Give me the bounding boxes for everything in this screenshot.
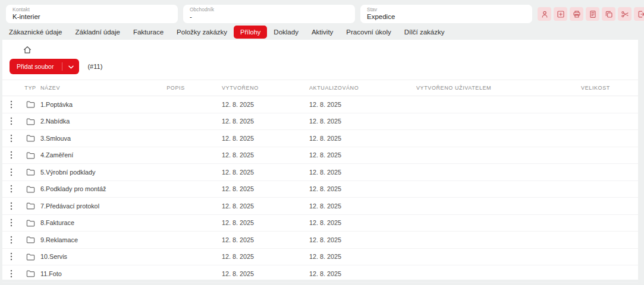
row-updated: 12. 8. 2025 <box>303 270 410 277</box>
tab-item[interactable]: Aktivity <box>312 26 333 39</box>
add-file-button-label: Přidat soubor <box>17 63 54 70</box>
field-label: Stav <box>367 7 526 12</box>
tab-bar: Zákaznické údaje Základní údaje Fakturac… <box>0 24 644 40</box>
folder-icon[interactable] <box>20 236 40 243</box>
table-body: 1.Poptávka 12. 8. 2025 12. 8. 2025 2.Nab… <box>2 96 638 283</box>
tab-item[interactable]: Zákaznické údaje <box>9 26 62 39</box>
row-name[interactable]: 10.Servis <box>40 253 136 260</box>
row-created: 12. 8. 2025 <box>216 270 303 277</box>
field-value: K-interier <box>12 12 171 21</box>
table-row[interactable]: 4.Zaměření 12. 8. 2025 12. 8. 2025 <box>2 147 638 164</box>
row-name[interactable]: 11.Foto <box>40 270 136 277</box>
tab-item[interactable]: Pracovní úkoly <box>346 26 391 39</box>
table-row[interactable]: 8.Fakturace 12. 8. 2025 12. 8. 2025 <box>2 215 638 232</box>
row-updated: 12. 8. 2025 <box>303 169 410 176</box>
row-name[interactable]: 7.Předávací protokol <box>40 202 136 210</box>
row-name[interactable]: 3.Smlouva <box>40 135 136 142</box>
row-updated: 12. 8. 2025 <box>303 118 410 125</box>
tab-item[interactable]: Fakturace <box>133 26 164 39</box>
field-value: - <box>190 12 348 21</box>
row-menu-icon[interactable] <box>2 218 20 227</box>
add-file-button[interactable]: Přidat soubor <box>10 59 79 74</box>
row-name[interactable]: 8.Fakturace <box>40 219 136 226</box>
document-icon[interactable] <box>586 7 599 21</box>
folder-icon[interactable] <box>20 168 40 176</box>
table-row[interactable]: 11.Foto 12. 8. 2025 12. 8. 2025 <box>2 265 638 283</box>
folder-icon[interactable] <box>20 100 40 108</box>
row-updated: 12. 8. 2025 <box>303 253 410 260</box>
row-created: 12. 8. 2025 <box>216 236 303 243</box>
row-created: 12. 8. 2025 <box>216 202 303 210</box>
row-menu-icon[interactable] <box>2 252 20 261</box>
folder-icon[interactable] <box>20 270 40 277</box>
col-typ: TYP <box>20 85 40 91</box>
row-updated: 12. 8. 2025 <box>303 236 410 243</box>
table-row[interactable]: 9.Reklamace 12. 8. 2025 12. 8. 2025 <box>2 232 638 249</box>
col-aktualizovano: AKTUALIZOVÁNO <box>303 85 410 91</box>
person-icon[interactable] <box>538 7 551 21</box>
copy-icon[interactable] <box>602 7 615 21</box>
folder-icon[interactable] <box>20 134 40 142</box>
add-square-icon[interactable] <box>554 7 567 21</box>
row-menu-icon[interactable] <box>2 202 20 210</box>
table-row[interactable]: 10.Servis 12. 8. 2025 12. 8. 2025 <box>2 249 638 266</box>
scissors-icon[interactable] <box>618 7 632 21</box>
header-field-input[interactable]: Kontakt K-interier <box>6 5 178 23</box>
table-row[interactable]: 7.Předávací protokol 12. 8. 2025 12. 8. … <box>2 198 638 215</box>
tab-item[interactable]: Přílohy <box>234 26 267 39</box>
top-bar: Kontakt K-interier Obchodník - Stav Expe… <box>0 0 644 23</box>
tab-item[interactable]: Doklady <box>274 26 299 39</box>
row-menu-icon[interactable] <box>2 270 20 278</box>
breadcrumb <box>2 40 638 56</box>
row-updated: 12. 8. 2025 <box>303 202 410 210</box>
print-icon[interactable] <box>570 7 583 21</box>
home-icon[interactable] <box>23 46 32 56</box>
row-name[interactable]: 2.Nabídka <box>40 118 136 125</box>
table-row[interactable]: 2.Nabídka 12. 8. 2025 12. 8. 2025 <box>2 113 638 131</box>
tab-item[interactable]: Dílčí zakázky <box>404 26 445 39</box>
row-menu-icon[interactable] <box>2 236 20 244</box>
row-created: 12. 8. 2025 <box>216 118 303 125</box>
row-menu-icon[interactable] <box>2 168 20 176</box>
folder-icon[interactable] <box>20 253 40 261</box>
row-name[interactable]: 4.Zaměření <box>40 151 136 159</box>
row-name[interactable]: 5.Výrobní podklady <box>40 169 136 176</box>
topbar-actions <box>538 5 644 21</box>
field-label: Kontakt <box>12 7 171 12</box>
table-header: TYP NÁZEV POPIS VYTVOŘENO AKTUALIZOVÁNO … <box>2 80 638 96</box>
tab-item[interactable]: Položky zakázky <box>177 26 227 39</box>
table-row[interactable]: 1.Poptávka 12. 8. 2025 12. 8. 2025 <box>2 96 638 113</box>
col-popis: POPIS <box>136 85 216 91</box>
folder-icon[interactable] <box>20 219 40 227</box>
folder-icon[interactable] <box>20 151 40 159</box>
row-name[interactable]: 9.Reklamace <box>40 236 136 243</box>
row-name[interactable]: 6.Podklady pro montáž <box>40 185 136 192</box>
header-field-input[interactable]: Obchodník - <box>183 5 355 23</box>
tab-item[interactable]: Základní údaje <box>76 26 120 39</box>
logout-icon[interactable] <box>634 7 644 21</box>
attachments-toolbar: Přidat soubor (#11) <box>2 56 638 80</box>
table-row[interactable]: 3.Smlouva 12. 8. 2025 12. 8. 2025 <box>2 130 638 147</box>
row-name[interactable]: 1.Poptávka <box>40 101 136 108</box>
row-updated: 12. 8. 2025 <box>303 219 410 226</box>
folder-icon[interactable] <box>20 202 40 210</box>
order-number-label: (#11) <box>87 63 102 70</box>
button-divider <box>62 62 62 71</box>
table-row[interactable]: 5.Výrobní podklady 12. 8. 2025 12. 8. 20… <box>2 164 638 181</box>
folder-icon[interactable] <box>20 185 40 193</box>
chevron-down-icon <box>68 63 74 70</box>
row-menu-icon[interactable] <box>2 134 20 142</box>
row-menu-icon[interactable] <box>2 117 20 125</box>
table-row[interactable]: 6.Podklady pro montáž 12. 8. 2025 12. 8.… <box>2 181 638 198</box>
folder-icon[interactable] <box>20 118 40 125</box>
header-field-input[interactable]: Stav Expedice <box>360 5 532 23</box>
row-menu-icon[interactable] <box>2 185 20 193</box>
row-menu-icon[interactable] <box>2 100 20 109</box>
field-value: Expedice <box>367 12 526 21</box>
row-updated: 12. 8. 2025 <box>303 101 410 108</box>
row-created: 12. 8. 2025 <box>216 101 303 108</box>
row-menu-icon[interactable] <box>2 151 20 159</box>
col-velikost: VELIKOST <box>553 85 638 91</box>
header-fields: Kontakt K-interier Obchodník - Stav Expe… <box>6 5 532 23</box>
col-vytvoreno: VYTVOŘENO <box>216 85 303 91</box>
